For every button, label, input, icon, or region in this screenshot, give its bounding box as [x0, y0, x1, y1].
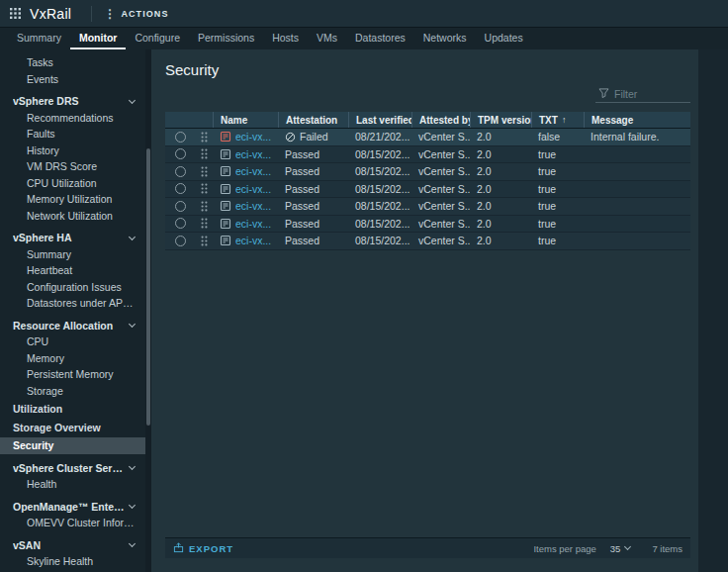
- tab-monitor[interactable]: Monitor: [70, 28, 127, 49]
- column-header-last-verified[interactable]: Last verified: [348, 112, 411, 128]
- row-select-radio[interactable]: [175, 183, 186, 194]
- sidebar-item-configuration-issues[interactable]: Configuration Issues: [0, 279, 145, 296]
- tpm-version-cell: 2.0: [470, 181, 531, 198]
- drag-handle-icon[interactable]: [201, 183, 208, 194]
- table-row[interactable]: eci-vx...Failed08/21/202...vCenter S...2…: [165, 129, 690, 146]
- txt-cell: true: [531, 216, 584, 233]
- host-name-link[interactable]: eci-vx...: [235, 218, 271, 230]
- sidebar-item-vsphere-drs[interactable]: vSphere DRS: [0, 93, 145, 110]
- row-select-radio[interactable]: [175, 166, 186, 177]
- app-switcher-icon[interactable]: [10, 8, 21, 19]
- sidebar-item-vsphere-ha[interactable]: vSphere HA: [0, 230, 145, 246]
- table-row[interactable]: eci-vx...Passed08/15/202...vCenter S...2…: [165, 216, 690, 234]
- tab-summary[interactable]: Summary: [8, 28, 70, 49]
- sidebar-item-openmanage-enterpris[interactable]: OpenManage™ Enterpris...: [0, 499, 145, 516]
- sidebar-item-label: Storage: [27, 385, 137, 397]
- row-select-radio[interactable]: [175, 201, 186, 212]
- sidebar-item-omevv-cluster-information[interactable]: OMEVV Cluster Information: [0, 515, 145, 531]
- sidebar-item-faults[interactable]: Faults: [0, 126, 145, 143]
- sidebar-item-storage-overview[interactable]: Storage Overview: [0, 420, 145, 436]
- table-row[interactable]: eci-vx...Passed08/15/202...vCenter S...2…: [165, 198, 690, 216]
- sidebar-item-recommendations[interactable]: Recommendations: [0, 110, 145, 127]
- drag-handle-icon[interactable]: [201, 218, 208, 229]
- column-header-attested-by[interactable]: Attested by: [411, 112, 470, 128]
- column-header-attestation[interactable]: Attestation: [278, 112, 348, 128]
- row-select-radio[interactable]: [175, 236, 186, 246]
- sidebar-item-label: Persistent Memory: [27, 368, 137, 380]
- row-select-radio[interactable]: [175, 148, 186, 159]
- name-cell: eci-vx...: [213, 129, 278, 145]
- table-row[interactable]: eci-vx...Passed08/15/202...vCenter S...2…: [165, 163, 690, 181]
- row-select-radio[interactable]: [175, 132, 186, 143]
- sidebar-item-history[interactable]: History: [0, 143, 145, 159]
- sidebar-item-summary[interactable]: Summary: [0, 246, 145, 263]
- host-name-link[interactable]: eci-vx...: [235, 165, 271, 177]
- tab-hosts[interactable]: Hosts: [263, 28, 308, 49]
- host-name-link[interactable]: eci-vx...: [235, 131, 271, 143]
- sidebar-item-vm-drs-score[interactable]: VM DRS Score: [0, 158, 145, 175]
- drag-handle-icon[interactable]: [201, 132, 208, 143]
- host-name-link[interactable]: eci-vx...: [235, 183, 271, 195]
- tab-updates[interactable]: Updates: [476, 28, 532, 49]
- sidebar-item-tasks[interactable]: Tasks: [0, 54, 145, 71]
- sidebar-item-heartbeat[interactable]: Heartbeat: [0, 262, 145, 279]
- table-row[interactable]: eci-vx...Passed08/15/202...vCenter S...2…: [165, 146, 690, 164]
- sidebar-item-cpu[interactable]: CPU: [0, 334, 145, 350]
- sidebar-item-skyline-health[interactable]: Skyline Health: [0, 553, 145, 570]
- sidebar-item-memory[interactable]: Memory: [0, 350, 145, 367]
- sidebar-item-resource-allocation[interactable]: Resource Allocation: [0, 318, 145, 334]
- host-name-link[interactable]: eci-vx...: [235, 235, 271, 246]
- tab-permissions[interactable]: Permissions: [189, 28, 263, 49]
- table-row[interactable]: eci-vx...Passed08/15/202...vCenter S...2…: [165, 233, 690, 250]
- drag-handle-icon[interactable]: [201, 236, 208, 246]
- name-cell: eci-vx...: [213, 233, 278, 249]
- export-button[interactable]: EXPORT: [173, 542, 233, 555]
- sidebar-item-label: Faults: [27, 128, 137, 140]
- column-header-txt[interactable]: TXT ↑: [531, 112, 584, 128]
- sidebar-scrollbar-thumb[interactable]: [146, 148, 150, 426]
- drag-handle-icon[interactable]: [201, 166, 208, 177]
- sidebar-item-label: Utilization: [13, 403, 137, 415]
- sidebar-item-persistent-memory[interactable]: Persistent Memory: [0, 366, 145, 383]
- sidebar-item-cpu-utilization[interactable]: CPU Utilization: [0, 175, 145, 192]
- tab-configure[interactable]: Configure: [126, 28, 189, 49]
- sidebar-item-security[interactable]: Security: [0, 437, 145, 454]
- host-name-link[interactable]: eci-vx...: [235, 148, 271, 160]
- chevron-down-icon: [129, 540, 136, 547]
- table-body: eci-vx...Failed08/21/202...vCenter S...2…: [165, 129, 690, 250]
- txt-cell: true: [531, 198, 584, 215]
- tab-vms[interactable]: VMs: [308, 28, 346, 49]
- column-header-name[interactable]: Name: [213, 112, 278, 128]
- attested-by-cell: vCenter S...: [411, 198, 470, 215]
- drag-handle-icon[interactable]: [201, 201, 208, 212]
- sidebar-scrollbar[interactable]: [145, 49, 151, 572]
- caret-down-icon: [624, 543, 631, 550]
- sidebar-item-health[interactable]: Health: [0, 476, 145, 493]
- sidebar-item-label: vSphere DRS: [13, 95, 126, 107]
- sidebar-item-events[interactable]: Events: [0, 71, 145, 88]
- host-name-link[interactable]: eci-vx...: [235, 200, 271, 212]
- actions-button[interactable]: ⋮ ACTIONS: [91, 6, 168, 22]
- drag-handle-icon[interactable]: [201, 148, 208, 159]
- items-count: 7 items: [652, 543, 682, 554]
- tpm-version-cell: 2.0: [470, 129, 531, 145]
- kebab-menu-icon: ⋮: [104, 9, 117, 19]
- table-row[interactable]: eci-vx...Passed08/15/202...vCenter S...2…: [165, 181, 690, 199]
- filter-input[interactable]: [614, 88, 685, 100]
- sidebar-item-memory-utilization[interactable]: Memory Utilization: [0, 191, 145, 208]
- sidebar-item-vsan[interactable]: vSAN: [0, 537, 145, 554]
- column-header-tpm-version[interactable]: TPM version: [470, 112, 531, 128]
- tab-networks[interactable]: Networks: [414, 28, 476, 49]
- row-select-radio[interactable]: [175, 218, 186, 229]
- items-per-page-select[interactable]: 35: [610, 543, 631, 554]
- column-header-message[interactable]: Message: [584, 112, 690, 128]
- txt-cell: true: [531, 163, 584, 180]
- sidebar-item-network-utilization[interactable]: Network Utilization: [0, 208, 145, 225]
- sidebar-item-label: Memory Utilization: [27, 193, 137, 205]
- sidebar-item-utilization[interactable]: Utilization: [0, 401, 145, 418]
- sidebar-item-datastores-under-apd-or-p[interactable]: Datastores under APD or P...: [0, 295, 145, 312]
- tab-datastores[interactable]: Datastores: [346, 28, 414, 49]
- sidebar-item-storage[interactable]: Storage: [0, 383, 145, 400]
- sidebar-item-vsphere-cluster-services[interactable]: vSphere Cluster Services: [0, 460, 145, 477]
- txt-cell: false: [531, 129, 584, 145]
